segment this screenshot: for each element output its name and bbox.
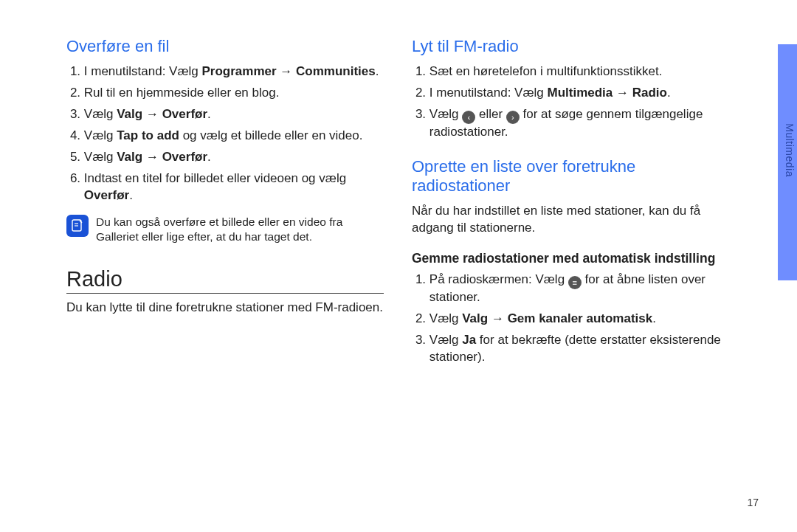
list-item: Vælg ‹ eller › for at søge gennem tilgæn… [429,106,729,141]
list-item: I menutilstand: Vælg Multimedia → Radio. [429,85,729,102]
main-title-radio: Radio [66,267,384,294]
manual-page: Overføre en fil I menutilstand: Vælg Pro… [0,0,797,532]
prev-icon: ‹ [462,111,475,124]
section-title-favorites: Oprette en liste over foretrukne radiost… [412,157,729,196]
left-column: Overføre en fil I menutilstand: Vælg Pro… [66,37,384,510]
next-icon: › [506,111,520,124]
list-item: Sæt en høretelefon i multifunktionsstikk… [429,63,729,80]
favorites-intro: Når du har indstillet en liste med stati… [412,203,729,237]
auto-store-steps: På radioskærmen: Vælg ≡ for at åbne list… [412,272,729,366]
list-item: Vælg Tap to add og vælg et billede eller… [84,128,384,145]
list-item: I menutilstand: Vælg Programmer → Commun… [84,63,384,80]
section-title-listen: Lyt til FM-radio [412,37,729,56]
list-item: Vælg Valg → Overfør. [84,149,384,166]
note-icon [66,215,89,237]
list-item: Vælg Ja for at bekræfte (dette erstatter… [429,332,729,366]
side-tab-label: Multimedia [784,123,796,177]
list-icon: ≡ [568,276,582,289]
right-column: Lyt til FM-radio Sæt en høretelefon i mu… [412,37,729,510]
note-box: Du kan også overføre et billede eller en… [66,215,384,246]
list-item: Rul til en hjemmeside eller en blog. [84,85,384,102]
listen-steps: Sæt en høretelefon i multifunktionsstikk… [412,63,729,141]
page-number: 17 [747,497,759,508]
section-title-transfer: Overføre en fil [66,37,384,56]
subhead-auto-store: Gemme radiostationer med automatisk inds… [412,250,729,267]
transfer-steps: I menutilstand: Vælg Programmer → Commun… [66,63,384,204]
note-text: Du kan også overføre et billede eller en… [96,215,384,246]
radio-intro: Du kan lytte til dine foretrukne station… [66,300,384,317]
list-item: På radioskærmen: Vælg ≡ for at åbne list… [429,272,729,306]
list-item: Vælg Valg → Overfør. [84,106,384,123]
list-item: Indtast en titel for billedet eller vide… [84,170,384,204]
list-item: Vælg Valg → Gem kanaler automatisk. [429,311,729,328]
